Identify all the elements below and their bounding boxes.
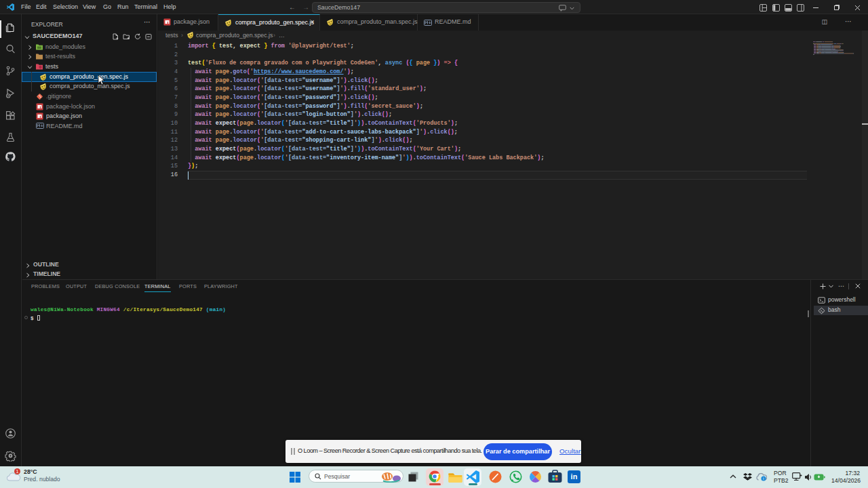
svg-text:i: i bbox=[763, 476, 764, 481]
